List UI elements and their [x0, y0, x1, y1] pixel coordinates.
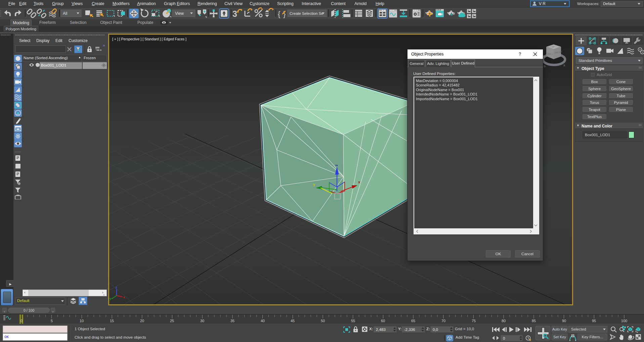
svg-text:z: z [335, 164, 339, 166]
svg-text:x: x [358, 180, 360, 184]
svg-text:y: y [110, 297, 111, 300]
svg-text:y: y [313, 182, 315, 186]
svg-text:Create Selection Se: Create Selection Se [290, 11, 323, 15]
svg-text:x: x [123, 296, 125, 299]
svg-text:View: View [175, 11, 184, 16]
svg-text:All: All [63, 11, 67, 16]
svg-text:[ + ] [ Perspective ] [ Standa: [ + ] [ Perspective ] [ Standard ] [ Edg… [112, 37, 186, 41]
svg-text:{: { [278, 10, 280, 18]
svg-text:z: z [116, 286, 117, 289]
svg-text:3: 3 [232, 9, 237, 18]
svg-text:S: S [563, 64, 565, 67]
svg-text:UP: UP [552, 46, 554, 48]
